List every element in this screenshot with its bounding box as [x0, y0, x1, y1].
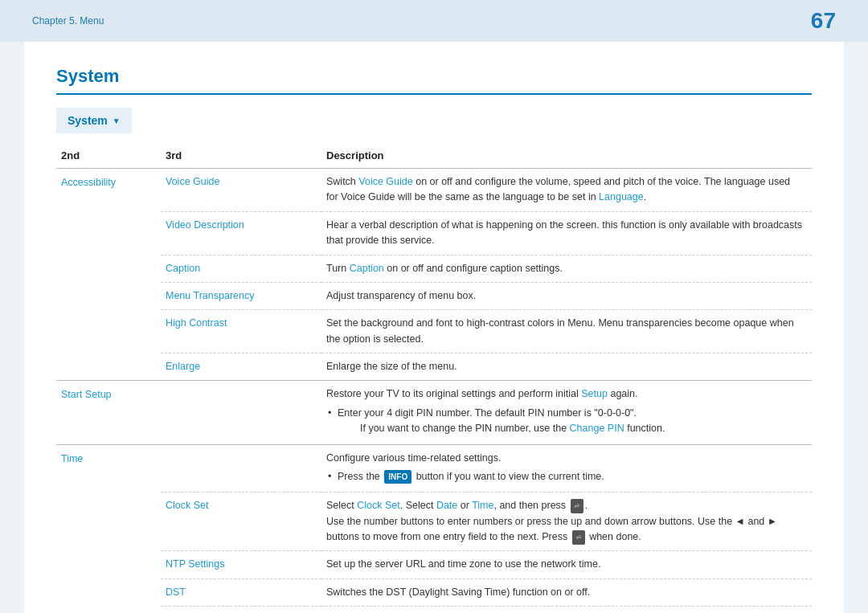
time-inline-link[interactable]: Time: [472, 500, 493, 511]
content-table: 2nd 3rd Description Accessibility Voice …: [56, 145, 812, 613]
enlarge-link[interactable]: Enlarge: [166, 361, 200, 372]
system-dropdown-label: System: [68, 114, 108, 127]
bullet-item: Press the INFO button if you want to vie…: [326, 469, 804, 484]
enter-badge-2: ⏎: [572, 530, 585, 545]
table-row: Video Description Hear a verbal descript…: [56, 211, 812, 255]
caption-link[interactable]: Caption: [166, 263, 200, 274]
section-divider: [56, 93, 812, 95]
info-badge: INFO: [384, 470, 411, 484]
dst-link[interactable]: DST: [166, 586, 186, 598]
menu-transparency-link[interactable]: Menu Transparency: [166, 290, 254, 301]
bullet-item: Enter your 4 digit PIN number. The defau…: [326, 406, 804, 437]
table-row: Clock Set Select Clock Set. Select Date …: [56, 492, 812, 551]
caption-inline-link[interactable]: Caption: [350, 263, 384, 274]
table-row: Caption Turn Caption on or off and confi…: [56, 255, 812, 282]
section-title: System: [56, 66, 812, 87]
language-link[interactable]: Language: [599, 191, 644, 202]
table-row: Start Setup Restore your TV to its origi…: [56, 381, 812, 444]
voice-guide-inline-link[interactable]: Voice Guide: [358, 176, 412, 187]
accessibility-link[interactable]: Accessibility: [61, 177, 116, 188]
table-row: DST Switches the DST (Daylight Saving Ti…: [56, 578, 812, 606]
change-pin-link[interactable]: Change PIN: [570, 423, 624, 434]
top-bar: Chapter 5. Menu 67: [0, 0, 868, 42]
table-row: Sleep Timer Automatically shuts off the …: [56, 607, 812, 613]
high-contrast-link[interactable]: High Contrast: [166, 317, 227, 329]
page-number: 67: [811, 8, 836, 34]
time-bullets: Press the INFO button if you want to vie…: [326, 469, 804, 484]
col-header-3rd: 3rd: [161, 145, 321, 169]
table-row: NTP Settings Set up the server URL and t…: [56, 551, 812, 578]
table-row: Accessibility Voice Guide Switch Voice G…: [56, 169, 812, 212]
start-setup-bullets: Enter your 4 digit PIN number. The defau…: [326, 406, 804, 437]
voice-guide-link[interactable]: Voice Guide: [166, 176, 219, 187]
chapter-label: Chapter 5. Menu: [32, 15, 104, 27]
clock-set-link[interactable]: Clock Set: [166, 500, 209, 511]
clock-set-inline-link[interactable]: Clock Set: [357, 500, 400, 511]
video-description-link[interactable]: Video Description: [166, 219, 244, 231]
column-header-row: 2nd 3rd Description: [56, 145, 812, 169]
start-setup-link[interactable]: Start Setup: [61, 389, 112, 400]
table-row: Time Configure various time-related sett…: [56, 444, 812, 492]
ntp-settings-link[interactable]: NTP Settings: [166, 558, 224, 570]
col-header-2nd: 2nd: [56, 145, 161, 169]
table-row: Menu Transparency Adjust transparency of…: [56, 282, 812, 309]
system-dropdown-header[interactable]: System ▼: [56, 108, 132, 133]
table-row: High Contrast Set the background and fon…: [56, 310, 812, 353]
col-header-desc: Description: [321, 145, 812, 169]
table-row: Enlarge Enlarge the size of the menu.: [56, 353, 812, 381]
page-wrapper: Chapter 5. Menu 67 System System ▼ 2nd 3…: [0, 0, 868, 613]
content-area: System System ▼ 2nd 3rd Description: [24, 42, 844, 613]
setup-inline-link[interactable]: Setup: [581, 388, 608, 399]
enter-badge: ⏎: [571, 499, 583, 513]
chevron-down-icon: ▼: [113, 116, 121, 125]
date-link[interactable]: Date: [436, 500, 457, 511]
time-link[interactable]: Time: [61, 453, 83, 464]
